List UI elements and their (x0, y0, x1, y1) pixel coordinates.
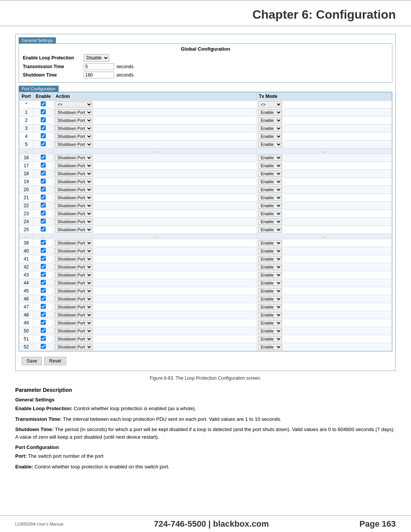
action-select[interactable]: Shutdown PortRx OnlyNone (55, 227, 92, 233)
enable-checkbox[interactable] (41, 219, 46, 224)
action-select[interactable]: Shutdown PortRx OnlyNone (55, 272, 92, 278)
enable-checkbox[interactable] (41, 344, 46, 349)
enable-checkbox[interactable] (41, 288, 46, 293)
txmode-select[interactable]: EnableDisable (258, 272, 282, 278)
txmode-select[interactable]: EnableDisable (258, 163, 282, 169)
action-select[interactable]: Shutdown PortRx OnlyNone (55, 312, 92, 318)
enable-checkbox[interactable] (41, 155, 46, 160)
enable-checkbox[interactable] (41, 304, 46, 309)
action-select[interactable]: Shutdown PortRx OnlyNone (55, 109, 92, 115)
txmode-select[interactable]: EnableDisable (258, 328, 282, 334)
enable-checkbox[interactable] (41, 101, 46, 106)
action-select[interactable]: Shutdown PortRx OnlyNone (55, 141, 92, 147)
enable-checkbox[interactable] (41, 187, 46, 192)
enable-checkbox[interactable] (41, 264, 46, 269)
txmode-select[interactable]: EnableDisable (258, 117, 282, 123)
enable-checkbox[interactable] (41, 203, 46, 208)
action-select[interactable]: Shutdown PortRx OnlyNone (55, 264, 92, 270)
enable-checkbox[interactable] (41, 179, 46, 184)
action-select[interactable]: Shutdown PortRx OnlyNone (55, 133, 92, 139)
txmode-select[interactable]: EnableDisable (258, 304, 282, 310)
enable-checkbox[interactable] (41, 256, 46, 261)
enable-checkbox[interactable] (41, 312, 46, 317)
enable-checkbox[interactable] (41, 227, 46, 232)
txmode-select[interactable]: EnableDisable (258, 155, 282, 161)
transmission-time-input[interactable] (84, 63, 114, 70)
txmode-select[interactable]: EnableDisable (258, 211, 282, 217)
txmode-select[interactable]: EnableDisable (258, 240, 282, 246)
action-select[interactable]: Shutdown PortRx OnlyNone (55, 240, 92, 246)
action-select[interactable]: Shutdown PortRx OnlyNone (55, 320, 92, 326)
action-select[interactable]: Shutdown PortRx OnlyNone (55, 296, 92, 302)
txmode-select[interactable]: EnableDisable (258, 219, 282, 225)
enable-checkbox[interactable] (41, 320, 46, 325)
txmode-select[interactable]: EnableDisable (258, 344, 282, 350)
txmode-select[interactable]: EnableDisable (258, 248, 282, 254)
main-content: General Settings Global Configuration En… (0, 26, 411, 481)
port-cell: 23 (19, 210, 33, 218)
txmode-select[interactable]: EnableDisable (258, 256, 282, 262)
txmode-select[interactable]: EnableDisable (258, 133, 282, 139)
enable-checkbox[interactable] (41, 240, 46, 245)
txmode-select[interactable]: EnableDisable (258, 312, 282, 318)
txmode-select[interactable]: EnableDisable (258, 171, 282, 177)
enable-checkbox[interactable] (41, 272, 46, 277)
port-table: Port Enable Action Tx Mode * (19, 92, 392, 351)
txmode-select[interactable]: EnableDisable (258, 280, 282, 286)
shutdown-time-input[interactable] (84, 72, 114, 78)
action-select[interactable]: Shutdown PortRx OnlyNone (55, 171, 92, 177)
txmode-select[interactable]: EnableDisable (258, 336, 282, 342)
enable-checkbox[interactable] (41, 195, 46, 200)
txmode-select[interactable]: EnableDisable (258, 109, 282, 115)
save-button[interactable]: Save (22, 357, 42, 365)
action-select[interactable]: Shutdown PortRx OnlyNone (55, 328, 92, 334)
action-select[interactable]: Shutdown PortRx OnlyNone (55, 280, 92, 286)
action-select[interactable]: Shutdown PortRx OnlyNone (55, 195, 92, 201)
action-select[interactable]: Shutdown PortRx OnlyNone (55, 344, 92, 350)
enable-cell (33, 202, 53, 210)
txmode-select[interactable]: <> Enable Disable (258, 101, 282, 107)
action-select[interactable]: Shutdown PortRx OnlyNone (55, 187, 92, 193)
action-select[interactable]: <> Shutdown Port (55, 101, 92, 107)
enable-checkbox[interactable] (41, 171, 46, 176)
enable-checkbox[interactable] (41, 211, 46, 216)
action-select[interactable]: Shutdown PortRx OnlyNone (55, 256, 92, 262)
action-select[interactable]: Shutdown PortRx OnlyNone (55, 219, 92, 225)
txmode-select[interactable]: EnableDisable (258, 288, 282, 294)
txmode-select[interactable]: EnableDisable (258, 187, 282, 193)
action-select[interactable]: Shutdown PortRx OnlyNone (55, 125, 92, 131)
action-select[interactable]: Shutdown PortRx OnlyNone (55, 117, 92, 123)
action-select[interactable]: Shutdown PortRx OnlyNone (55, 304, 92, 310)
enable-checkbox[interactable] (41, 125, 46, 130)
enable-checkbox[interactable] (41, 296, 46, 301)
txmode-select[interactable]: EnableDisable (258, 203, 282, 209)
txmode-select[interactable]: EnableDisable (258, 195, 282, 201)
enable-checkbox[interactable] (41, 328, 46, 333)
enable-checkbox[interactable] (41, 141, 46, 146)
enable-checkbox[interactable] (41, 109, 46, 114)
enable-checkbox[interactable] (41, 280, 46, 285)
action-select[interactable]: Shutdown PortRx OnlyNone (55, 336, 92, 342)
action-select[interactable]: Shutdown PortRx OnlyNone (55, 179, 92, 185)
enable-loop-protection-select[interactable]: Disable Enable (84, 54, 109, 62)
enable-checkbox[interactable] (41, 163, 46, 168)
action-select[interactable]: Shutdown PortRx OnlyNone (55, 248, 92, 254)
enable-checkbox[interactable] (41, 117, 46, 122)
reset-button[interactable]: Reset (44, 357, 66, 365)
txmode-select[interactable]: EnableDisable (258, 141, 282, 147)
txmode-select[interactable]: EnableDisable (258, 179, 282, 185)
enable-checkbox[interactable] (41, 336, 46, 341)
action-select[interactable]: Shutdown PortRx OnlyNone (55, 155, 92, 161)
enable-checkbox[interactable] (41, 248, 46, 253)
txmode-select[interactable]: EnableDisable (258, 227, 282, 233)
txmode-select[interactable]: EnableDisable (258, 125, 282, 131)
txmode-select[interactable]: EnableDisable (258, 320, 282, 326)
action-select[interactable]: Shutdown PortRx OnlyNone (55, 163, 92, 169)
enable-checkbox[interactable] (41, 133, 46, 138)
txmode-cell: EnableDisable (256, 170, 392, 178)
txmode-select[interactable]: EnableDisable (258, 296, 282, 302)
action-select[interactable]: Shutdown PortRx OnlyNone (55, 203, 92, 209)
txmode-select[interactable]: EnableDisable (258, 264, 282, 270)
action-select[interactable]: Shutdown PortRx OnlyNone (55, 211, 92, 217)
action-select[interactable]: Shutdown PortRx OnlyNone (55, 288, 92, 294)
